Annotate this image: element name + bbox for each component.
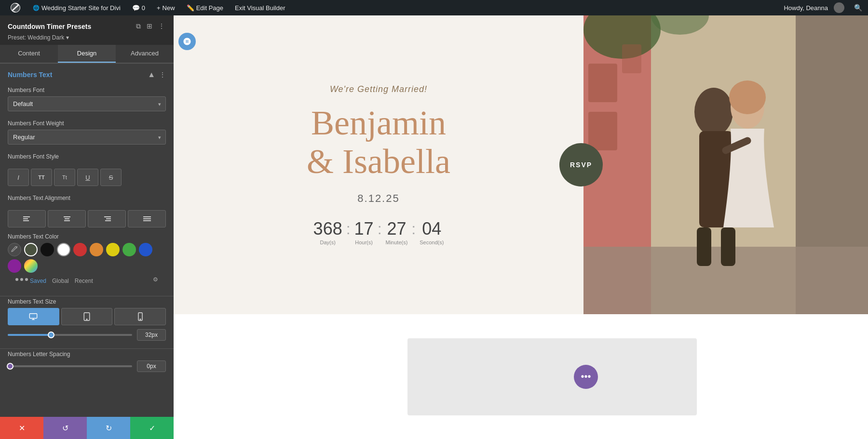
- color-swatch-red[interactable]: [73, 243, 87, 256]
- align-justify-button[interactable]: [128, 210, 166, 227]
- section-menu-icon[interactable]: ⋮: [159, 71, 166, 79]
- redo-button[interactable]: ↻: [87, 417, 130, 439]
- minutes-label: Minute(s): [386, 239, 408, 245]
- wedding-name-1: Benjamin: [311, 104, 446, 142]
- left-panel: Countdown Timer Presets ⧉ ⊞ ⋮ Preset: We…: [0, 15, 174, 439]
- numbers-text-size-label: Numbers Text Size: [8, 298, 166, 305]
- numbers-font-weight-field: Numbers Font Weight Regular: [0, 117, 174, 150]
- text-size-value[interactable]: 32px: [137, 329, 166, 341]
- wedding-date: 8.12.25: [357, 192, 399, 205]
- color-swatch-black[interactable]: [41, 243, 54, 256]
- numbers-text-section-header: Numbers Text ▲ ⋮: [0, 63, 174, 84]
- color-swatch-blue[interactable]: [139, 243, 152, 256]
- seconds-label: Second(s): [420, 239, 444, 245]
- align-right-button[interactable]: [88, 210, 126, 227]
- align-left-button[interactable]: [8, 210, 46, 227]
- tablet-device-button[interactable]: [61, 308, 113, 325]
- lower-fab-button[interactable]: •••: [574, 365, 598, 389]
- color-settings-icon[interactable]: ⚙: [153, 276, 158, 283]
- underline-button[interactable]: U: [77, 169, 98, 186]
- numbers-font-style-label: Numbers Font Style: [8, 153, 166, 160]
- cancel-button[interactable]: ✕: [0, 417, 43, 439]
- svg-rect-27: [721, 227, 735, 266]
- wp-logo-button[interactable]: [6, 0, 25, 15]
- site-name-button[interactable]: 🌐 Wedding Starter Site for Divi: [29, 0, 124, 15]
- comments-count: 0: [142, 4, 145, 12]
- minutes-number: 27: [386, 220, 408, 238]
- align-center-button[interactable]: [48, 210, 86, 227]
- numbers-font-style-field: Numbers Font Style: [0, 150, 174, 169]
- more-colors-dot-3[interactable]: [25, 278, 28, 281]
- text-size-slider-row: 32px: [8, 329, 166, 341]
- panel-grid-icon[interactable]: ⊞: [146, 21, 153, 31]
- color-swatch-white[interactable]: [57, 243, 70, 256]
- tab-advanced[interactable]: Advanced: [116, 45, 174, 63]
- color-tabs: Saved Global Recent: [30, 278, 93, 284]
- wedding-left-content: We're Getting Married! Benjamin & Isabel…: [174, 15, 583, 314]
- section-collapse-icon[interactable]: ▲: [148, 70, 155, 79]
- panel-content: Numbers Text ▲ ⋮ Numbers Font Default Nu…: [0, 63, 174, 417]
- wedding-photo-section: [583, 15, 868, 314]
- search-icon[interactable]: 🔍: [854, 4, 862, 12]
- countdown-seconds: 04 Second(s): [420, 220, 444, 245]
- svg-point-17: [86, 319, 87, 320]
- countdown-separator-2: :: [378, 220, 382, 237]
- new-label: New: [163, 4, 175, 12]
- letter-spacing-slider[interactable]: [8, 365, 132, 367]
- panel-header: Countdown Timer Presets ⧉ ⊞ ⋮ Preset: We…: [0, 15, 174, 45]
- countdown-hours: 17 Hour(s): [354, 220, 374, 245]
- text-size-slider[interactable]: [8, 334, 132, 336]
- more-colors-dot-1[interactable]: [15, 278, 18, 281]
- letter-spacing-value[interactable]: 0px: [137, 360, 166, 372]
- days-label: Day(s): [313, 239, 342, 245]
- mobile-device-button[interactable]: [114, 308, 166, 325]
- seconds-number: 04: [420, 220, 444, 238]
- desktop-device-button[interactable]: [8, 308, 59, 325]
- rsvp-button[interactable]: RSVP: [559, 143, 603, 186]
- color-swatch-green[interactable]: [122, 243, 136, 256]
- edit-page-button[interactable]: ✏️ Edit Page: [183, 0, 227, 15]
- panel-title: Countdown Timer Presets: [8, 23, 91, 30]
- all-caps-button[interactable]: TT: [31, 169, 52, 186]
- exit-builder-button[interactable]: Exit Visual Builder: [231, 0, 289, 15]
- countdown-minutes: 27 Minute(s): [386, 220, 408, 245]
- right-content: We're Getting Married! Benjamin & Isabel…: [174, 15, 868, 439]
- numbers-text-alignment-label: Numbers Text Alignment: [8, 195, 166, 201]
- divi-float-button[interactable]: [178, 33, 196, 50]
- new-button[interactable]: + New: [153, 0, 179, 15]
- color-swatch-purple[interactable]: [8, 259, 21, 273]
- color-swatch-yellow[interactable]: [106, 243, 120, 256]
- countdown-separator-1: :: [346, 220, 351, 237]
- tab-content[interactable]: Content: [0, 45, 58, 63]
- preset-label[interactable]: Preset: Wedding Dark ▾: [8, 34, 166, 41]
- numbers-font-field: Numbers Font Default: [0, 84, 174, 117]
- color-tab-recent[interactable]: Recent: [75, 278, 93, 284]
- numbers-font-weight-select[interactable]: Regular: [8, 130, 166, 145]
- countdown-display: 368 Day(s) : 17 Hour(s) : 27 Minute(s): [313, 220, 444, 245]
- title-case-button[interactable]: Tt: [54, 169, 75, 186]
- svg-rect-33: [588, 64, 617, 102]
- more-colors-dot-2[interactable]: [20, 278, 23, 281]
- panel-menu-icon[interactable]: ⋮: [157, 21, 166, 31]
- wedding-subtitle: We're Getting Married!: [330, 84, 427, 94]
- color-swatch-orange[interactable]: [90, 243, 103, 256]
- color-swatch-gradient[interactable]: [24, 259, 38, 273]
- numbers-font-select[interactable]: Default: [8, 96, 166, 111]
- user-avatar: [834, 2, 844, 13]
- panel-copy-icon[interactable]: ⧉: [135, 21, 142, 31]
- save-button[interactable]: ✓: [130, 417, 174, 439]
- svg-point-29: [729, 80, 766, 114]
- color-tab-saved[interactable]: Saved: [30, 278, 46, 284]
- numbers-text-size-section: Numbers Text Size: [0, 298, 174, 346]
- color-eyedropper-button[interactable]: [8, 243, 21, 256]
- color-tab-global[interactable]: Global: [52, 278, 69, 284]
- italic-button[interactable]: I: [8, 169, 29, 186]
- comments-button[interactable]: 💬 0: [128, 0, 149, 15]
- tab-design[interactable]: Design: [58, 45, 116, 63]
- undo-button[interactable]: ↺: [43, 417, 87, 439]
- alignment-buttons: [0, 210, 174, 233]
- numbers-letter-spacing-label: Numbers Letter Spacing: [8, 351, 166, 358]
- countdown-separator-3: :: [411, 220, 416, 237]
- strikethrough-button[interactable]: S: [100, 169, 122, 186]
- color-swatch-dark-green[interactable]: [24, 243, 38, 256]
